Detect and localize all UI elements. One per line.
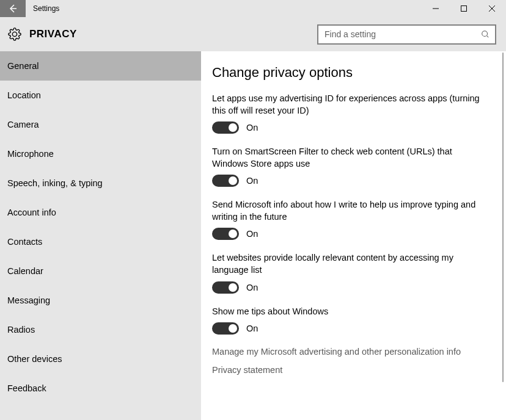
sidebar-item-label: Contacts (7, 237, 42, 247)
main-heading: Change privacy options (212, 65, 490, 81)
sidebar-item-label: Speech, inking, & typing (7, 178, 103, 188)
sidebar-item-label: Feedback (7, 383, 46, 393)
search-icon (480, 30, 490, 38)
sidebar-item-speech-inking-typing[interactable]: Speech, inking, & typing (0, 168, 201, 198)
toggle-switch[interactable] (212, 228, 239, 240)
sidebar-item-messaging[interactable]: Messaging (0, 286, 201, 315)
maximize-icon (461, 5, 467, 12)
sidebar-item-label: Account info (7, 208, 56, 217)
sidebar-item-contacts[interactable]: Contacts (0, 227, 201, 256)
sidebar: GeneralLocationCameraMicrophoneSpeech, i… (0, 51, 201, 420)
sidebar-item-label: General (7, 61, 39, 71)
svg-rect-0 (461, 6, 467, 12)
sidebar-item-calendar[interactable]: Calendar (0, 256, 201, 286)
sidebar-item-radios[interactable]: Radios (0, 315, 201, 344)
setting-item: Let websites provide locally relevant co… (212, 252, 490, 293)
minimize-button[interactable] (422, 0, 450, 17)
minimize-icon (433, 5, 439, 12)
sidebar-item-camera[interactable]: Camera (0, 110, 201, 139)
sidebar-item-other-devices[interactable]: Other devices (0, 344, 201, 374)
svg-point-1 (482, 31, 488, 37)
sidebar-item-label: Camera (7, 120, 39, 129)
setting-item: Turn on SmartScreen Filter to check web … (212, 146, 490, 187)
sidebar-item-label: Location (7, 90, 41, 100)
setting-description: Let apps use my advertising ID for exper… (212, 93, 490, 117)
sidebar-item-location[interactable]: Location (0, 81, 201, 110)
setting-description: Turn on SmartScreen Filter to check web … (212, 146, 490, 170)
sidebar-item-feedback[interactable]: Feedback (0, 374, 201, 403)
toggle-row: On (212, 121, 490, 134)
header: PRIVACY (0, 17, 506, 51)
link[interactable]: Manage my Microsoft advertising and othe… (212, 347, 490, 357)
toggle-state-label: On (246, 229, 258, 239)
sidebar-item-label: Other devices (7, 354, 62, 364)
close-icon (489, 5, 495, 12)
main-content: Change privacy options Let apps use my a… (201, 51, 506, 420)
sidebar-item-microphone[interactable]: Microphone (0, 139, 201, 168)
toggle-switch[interactable] (212, 281, 239, 294)
toggle-state-label: On (246, 283, 258, 292)
setting-description: Let websites provide locally relevant co… (212, 252, 490, 276)
setting-item: Show me tips about WindowsOn (212, 306, 490, 335)
setting-description: Send Microsoft info about how I write to… (212, 199, 490, 223)
sidebar-item-label: Radios (7, 325, 35, 335)
setting-item: Let apps use my advertising ID for exper… (212, 93, 490, 134)
toggle-row: On (212, 175, 490, 187)
toggle-state-label: On (246, 123, 258, 132)
toggle-switch[interactable] (212, 175, 239, 187)
toggle-row: On (212, 228, 490, 240)
toggle-row: On (212, 322, 490, 335)
sidebar-item-label: Microphone (7, 149, 54, 159)
titlebar: Settings (0, 0, 506, 17)
toggle-state-label: On (246, 176, 258, 186)
app-title: Settings (33, 4, 59, 13)
maximize-button[interactable] (450, 0, 478, 17)
toggle-switch[interactable] (212, 121, 239, 134)
search-input[interactable] (324, 29, 480, 39)
arrow-left-icon (7, 3, 18, 14)
toggle-switch[interactable] (212, 322, 239, 335)
setting-description: Show me tips about Windows (212, 306, 490, 318)
close-button[interactable] (478, 0, 506, 17)
setting-item: Send Microsoft info about how I write to… (212, 199, 490, 240)
sidebar-item-label: Calendar (7, 266, 43, 276)
toggle-row: On (212, 281, 490, 294)
back-button[interactable] (0, 0, 26, 17)
sidebar-item-account-info[interactable]: Account info (0, 198, 201, 227)
gear-icon (7, 27, 22, 42)
toggle-state-label: On (246, 324, 258, 333)
sidebar-item-general[interactable]: General (0, 51, 201, 81)
page-title: PRIVACY (29, 28, 77, 40)
sidebar-item-label: Messaging (7, 295, 50, 305)
search-box[interactable] (317, 24, 496, 45)
scrollbar-thumb[interactable] (502, 52, 504, 382)
link[interactable]: Privacy statement (212, 365, 490, 375)
scrollbar[interactable] (501, 52, 505, 416)
